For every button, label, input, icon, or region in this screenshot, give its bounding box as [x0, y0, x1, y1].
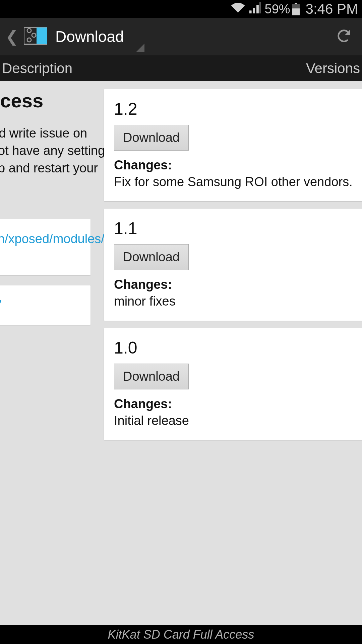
dropdown-indicator-icon — [136, 44, 144, 52]
footer-module-name: KitKat SD Card Full Access — [0, 625, 362, 644]
version-number: 1.1 — [114, 219, 353, 238]
title-dropdown[interactable]: Download — [55, 18, 124, 55]
download-button[interactable]: Download — [114, 125, 189, 151]
version-card: 1.2 Download Changes: Fix for some Samsu… — [104, 89, 362, 201]
version-number: 1.2 — [114, 99, 353, 119]
module-description: SD card write issue on does not have any… — [0, 124, 90, 209]
refresh-icon — [335, 26, 353, 45]
module-title: ll Access — [0, 89, 90, 112]
tab-description[interactable]: Description — [0, 60, 74, 76]
changes-text: minor fixes — [114, 293, 353, 309]
source-link-card[interactable]: odule/ — [0, 285, 90, 325]
download-button[interactable]: Download — [114, 364, 189, 389]
source-link-text: odule/ — [0, 298, 1, 312]
battery-status: 59% — [265, 2, 300, 16]
changes-text: Fix for some Samsung ROI other vendors. — [114, 174, 353, 190]
svg-rect-0 — [259, 2, 260, 13]
support-link-line1: rs.com/xposed/modules/ — [0, 232, 105, 246]
signal-icon — [249, 2, 261, 16]
status-bar: 59% 3:46 PM — [0, 0, 362, 18]
tab-versions[interactable]: Versions — [304, 60, 362, 76]
description-pane: ll Access SD card write issue on does no… — [0, 81, 97, 625]
version-card: 1.0 Download Changes: Initial release — [104, 328, 362, 440]
changes-label: Changes: — [114, 158, 353, 172]
content-area[interactable]: ll Access SD card write issue on does no… — [0, 81, 362, 625]
svg-rect-3 — [292, 8, 300, 15]
tab-bar: Description Versions — [0, 55, 362, 81]
svg-point-6 — [27, 29, 31, 33]
refresh-button[interactable] — [331, 23, 357, 50]
svg-point-7 — [32, 33, 36, 37]
changes-label: Changes: — [114, 277, 353, 292]
clock: 3:46 PM — [304, 1, 358, 17]
versions-pane: 1.2 Download Changes: Fix for some Samsu… — [97, 81, 362, 625]
battery-icon — [292, 3, 300, 15]
action-bar: ❮ Download — [0, 18, 362, 55]
svg-rect-1 — [295, 3, 297, 4]
screen-title: Download — [55, 28, 124, 46]
battery-percentage: 59% — [265, 2, 290, 16]
svg-point-8 — [27, 38, 31, 42]
changes-text: Initial release — [114, 413, 353, 429]
changes-label: Changes: — [114, 397, 353, 411]
support-link-card[interactable]: rs.com/xposed/modules/ 0992 — [0, 219, 90, 275]
xposed-app-icon[interactable] — [24, 26, 47, 47]
back-button[interactable]: ❮ — [3, 28, 21, 46]
svg-rect-5 — [37, 28, 47, 44]
version-number: 1.0 — [114, 338, 353, 358]
download-button[interactable]: Download — [114, 244, 189, 270]
version-card: 1.1 Download Changes: minor fixes — [104, 209, 362, 321]
wifi-icon — [231, 2, 245, 16]
